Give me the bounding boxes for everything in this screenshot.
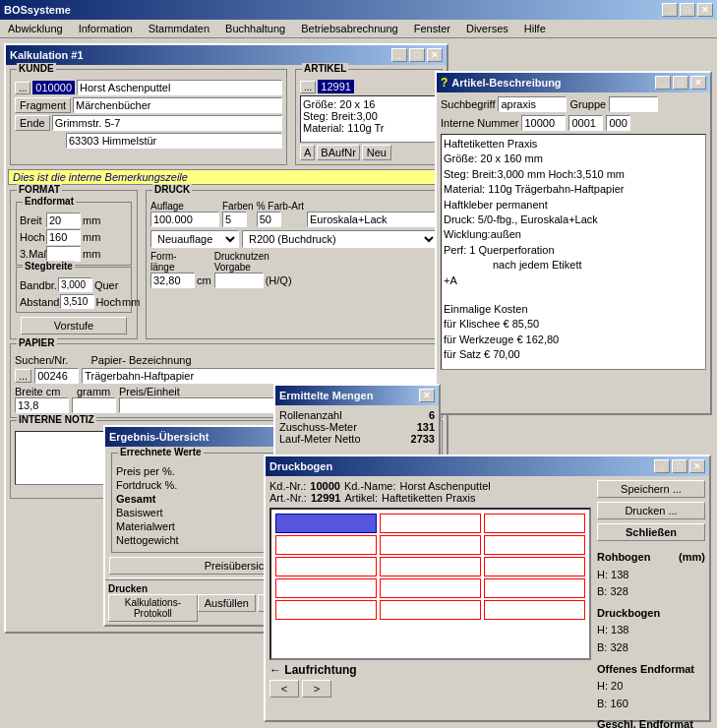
breit-input[interactable] <box>46 212 81 228</box>
druckbogen-maximize[interactable]: □ <box>672 459 687 473</box>
baufnr-button[interactable]: BАufNr <box>317 145 359 160</box>
menu-buchhaltung[interactable]: Buchhaltung <box>221 22 289 35</box>
artikel-groesse: Größe: 20 x 16 <box>303 98 435 110</box>
label-row-1-1 <box>275 514 377 533</box>
artikel-close[interactable]: ✕ <box>690 76 706 90</box>
drucknutzen-input[interactable] <box>214 273 264 288</box>
papier-dots-button[interactable]: ... <box>15 369 31 383</box>
gruppe-label: Gruppe <box>569 98 606 110</box>
kunde-name-field[interactable]: Horst Aschenputtel <box>77 80 282 95</box>
minimize-button[interactable]: _ <box>662 3 678 17</box>
errechnete-werte-label: Errechnete Werte <box>118 447 204 457</box>
speichern-button[interactable]: Speichern ... <box>597 480 705 498</box>
druckbogen-minimize[interactable]: _ <box>654 459 670 473</box>
kunde-company-field[interactable]: Märchenbücher <box>73 97 282 113</box>
kunde-city-field[interactable]: 63303 Himmelstür <box>66 133 282 149</box>
neuauflage-select[interactable]: Neuauflage <box>150 230 239 248</box>
farb-art-input[interactable] <box>257 212 281 227</box>
fragment-button[interactable]: Fragment <box>15 97 71 113</box>
fortdruck-label: Fortdruck %. <box>116 479 177 491</box>
label-row-2-2 <box>380 535 481 555</box>
interne-nr-2[interactable] <box>568 115 603 131</box>
main-window: BOSsysteme _ □ ✕ Abwicklung Information … <box>0 0 717 728</box>
desc-2: Steg: Breit:3,000 mm Hoch:3,510 mm <box>444 167 703 182</box>
desc-10: Einmalige Kosten <box>444 302 703 317</box>
interne-nr-label: Interne Nummer <box>441 117 518 129</box>
next-button[interactable]: > <box>302 680 331 698</box>
r200-select[interactable]: R200 (Buchdruck) <box>242 230 438 248</box>
schliessen-button[interactable]: Schließen <box>597 523 705 541</box>
papier-bez-label: Papier- Bezeichnung <box>90 354 191 366</box>
kalk-title-bar: Kalkulation #1 _ □ ✕ <box>6 45 447 65</box>
kalkprotokoll-button[interactable]: Kalkulations-Protokoll <box>108 594 198 622</box>
kalk-close[interactable]: ✕ <box>427 48 443 62</box>
abstand-input[interactable] <box>60 294 94 309</box>
artikel-dots-button[interactable]: ... <box>300 81 316 93</box>
kd-name-label: Kd.-Name: <box>344 480 396 492</box>
stegbreite-label: Stegbreite <box>23 261 75 272</box>
menu-stammdaten[interactable]: Stammdaten <box>145 22 213 35</box>
art-nr-label: Art.-Nr.: <box>269 492 307 504</box>
farben-input[interactable] <box>222 212 247 227</box>
interne-nr-3[interactable] <box>606 115 630 131</box>
desc-11: für Klischee € 85,50 <box>444 317 703 332</box>
menu-hilfe[interactable]: Hilfe <box>520 22 550 35</box>
offenes-b: B: 160 <box>597 696 705 713</box>
offenes-label: Offenes Endformat <box>597 661 705 679</box>
druckbogen-title-bar: Druckbogen _ □ ✕ <box>266 456 709 476</box>
menu-fenster[interactable]: Fenster <box>410 22 454 35</box>
kalk-minimize[interactable]: _ <box>391 48 407 62</box>
endformat-label: Endformat <box>23 196 76 207</box>
farb-art-type-field[interactable]: Euroskala+Lack <box>307 212 438 227</box>
gruppe-input[interactable] <box>609 96 658 112</box>
ausfüllen-button[interactable]: Ausfüllen <box>198 594 256 612</box>
kunde-dots-button[interactable]: ... <box>15 82 30 94</box>
druckbogen-window: Druckbogen _ □ ✕ Kd.-Nr.: 10000 Kd.-Name… <box>264 455 711 722</box>
papier-nr-input[interactable] <box>34 368 79 384</box>
menu-betriebsabrechnung[interactable]: Betriebsabrechnung <box>297 22 401 35</box>
geschl-label: Geschl. Endformat <box>597 716 705 728</box>
rohbogen-b: B: 328 <box>597 583 705 601</box>
auflage-input[interactable] <box>150 212 219 227</box>
druckbogen-preview <box>269 508 591 660</box>
a-button[interactable]: A <box>300 145 315 160</box>
desc-0: Haftetiketten Praxis <box>444 137 703 152</box>
artikel-db-value: Haftetiketten Praxis <box>382 492 475 504</box>
label-row-2-1 <box>275 535 377 555</box>
close-button[interactable]: ✕ <box>697 3 713 17</box>
desc-5: Druck: 5/0-fbg., Euroskala+Lack <box>444 212 703 227</box>
bandbr-input[interactable] <box>58 277 92 292</box>
papier-bez-input[interactable] <box>82 368 438 384</box>
mengen-close[interactable]: ✕ <box>419 389 435 402</box>
forml-input[interactable] <box>150 273 195 288</box>
dreimass-input[interactable] <box>46 246 81 262</box>
prev-button[interactable]: < <box>269 680 299 698</box>
mengen-window-controls: ✕ <box>419 389 435 402</box>
kalk-maximize[interactable]: □ <box>409 48 425 62</box>
hoch-input[interactable] <box>46 229 81 245</box>
suchbegriff-input[interactable] <box>498 96 567 112</box>
drucken-db-button[interactable]: Drucken ... <box>597 502 705 519</box>
menu-diverses[interactable]: Diverses <box>462 22 512 35</box>
artikel-minimize[interactable]: _ <box>655 76 671 90</box>
menu-information[interactable]: Information <box>75 22 137 35</box>
breite-input[interactable] <box>15 397 69 413</box>
mengen-title: Ermittelte Mengen <box>279 390 373 401</box>
gesamt-label: Gesamt <box>116 493 155 505</box>
neu-button[interactable]: Neu <box>362 145 391 160</box>
druckbogen-close[interactable]: ✕ <box>689 459 705 473</box>
vorstufe-button[interactable]: Vorstufe <box>21 317 127 334</box>
interne-nr-1[interactable] <box>521 115 566 131</box>
kunde-street-field[interactable]: Grimmstr. 5-7 <box>52 115 282 131</box>
artikel-maximize[interactable]: □ <box>673 76 688 90</box>
gramm-input[interactable] <box>72 397 116 413</box>
druckbogen-window-controls: _ □ ✕ <box>654 459 705 473</box>
drucknutzen-label: DrucknutzenVorgabe <box>214 251 438 273</box>
breit-unit: mm <box>83 214 100 226</box>
rollenanzahl-label: Rollenanzahl <box>279 409 399 421</box>
maximize-button[interactable]: □ <box>680 3 695 17</box>
ende-button[interactable]: Ende <box>15 115 50 131</box>
menu-abwicklung[interactable]: Abwicklung <box>4 22 67 35</box>
artikel-beschreibung-window: ? Artikel-Beschreibung _ □ ✕ Suchbegriff… <box>435 71 712 415</box>
forml-label: Form-länge <box>150 251 211 273</box>
